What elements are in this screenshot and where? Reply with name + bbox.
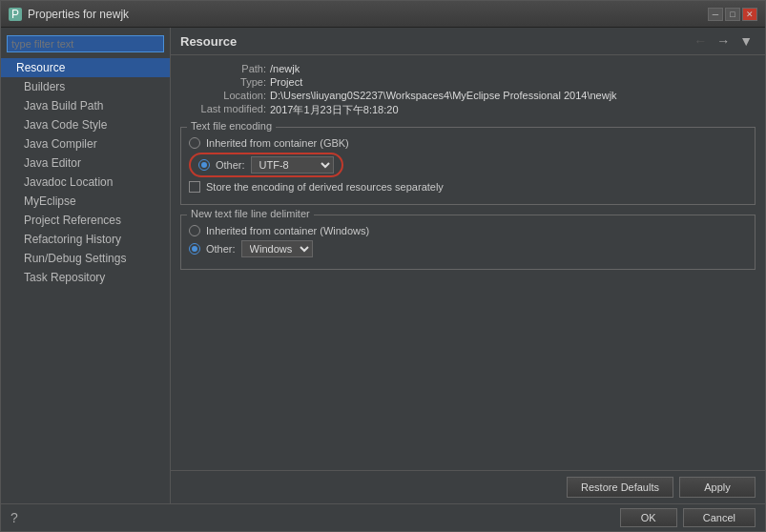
sidebar-item-java-build-path[interactable]: Java Build Path [1,96,170,115]
title-bar-left: P Properties for newjk [9,8,129,21]
type-value: Project [270,76,756,88]
close-button[interactable]: ✕ [742,8,757,21]
restore-defaults-button[interactable]: Restore Defaults [567,477,673,498]
store-encoding-checkbox[interactable] [189,181,200,193]
location-label: Location: [180,90,266,101]
footer-bar: ? OK Cancel [1,503,765,531]
search-input[interactable]: type filter text [7,35,164,52]
encoding-legend: Text file encoding [187,120,276,132]
maximize-button[interactable]: □ [725,8,740,21]
delimiter-inherited-label: Inherited from container (Windows) [206,225,369,236]
encoding-other-highlighted-row: Other: UTF-8 UTF-16 ISO-8859-1 GBK [189,153,343,177]
delimiter-other-row: Other: Windows Unix Mac [189,240,747,257]
cancel-button[interactable]: Cancel [683,508,756,527]
sidebar-item-resource[interactable]: Resource [1,58,170,77]
encoding-group: Text file encoding Inherited from contai… [180,127,756,205]
sidebar-item-task-repository[interactable]: Task Repository [1,268,170,287]
properties-window: P Properties for newjk ─ □ ✕ type filter… [0,0,766,532]
help-icon[interactable]: ? [10,510,18,525]
line-delimiter-group: New text file line delimiter Inherited f… [180,215,756,270]
minimize-button[interactable]: ─ [708,8,723,21]
path-label: Path: [180,63,266,74]
bottom-bar: Restore Defaults Apply [171,470,765,503]
sidebar-item-builders[interactable]: Builders [1,77,170,96]
encoding-other-label: Other: [216,159,245,171]
footer-buttons: OK Cancel [620,508,756,527]
sidebar-item-refactoring-history[interactable]: Refactoring History [1,230,170,249]
delimiter-inherited-radio[interactable] [189,225,200,236]
modified-label: Last modified: [180,103,266,117]
sidebar-item-project-references[interactable]: Project References [1,211,170,230]
ok-button[interactable]: OK [620,508,677,527]
encoding-inherited-label: Inherited from container (GBK) [206,137,349,149]
sidebar-item-myeclipse[interactable]: MyEclipse [1,192,170,211]
sidebar-item-java-code-style[interactable]: Java Code Style [1,115,170,134]
forward-arrow[interactable]: → [714,33,733,49]
panel-body: Path: /newjk Type: Project Location: D:\… [171,55,765,470]
delimiter-select[interactable]: Windows Unix Mac [241,240,313,257]
back-arrow[interactable]: ← [691,33,710,49]
apply-button[interactable]: Apply [679,477,756,498]
line-delimiter-legend: New text file line delimiter [187,208,314,219]
type-label: Type: [180,76,266,88]
path-value: /newjk [270,63,756,74]
panel-header: Resource ← → ▼ [171,28,765,55]
title-bar: P Properties for newjk ─ □ ✕ [1,1,765,28]
store-encoding-row: Store the encoding of derived resources … [189,181,747,193]
nav-arrows: ← → ▼ [691,33,756,49]
menu-arrow[interactable]: ▼ [736,33,756,49]
sidebar: type filter text Resource Builders Java … [1,28,171,503]
main-content: type filter text Resource Builders Java … [1,28,765,503]
panel-title: Resource [180,34,237,49]
sidebar-item-javadoc-location[interactable]: Javadoc Location [1,173,170,192]
encoding-select[interactable]: UTF-8 UTF-16 ISO-8859-1 GBK [251,156,334,174]
encoding-inherited-radio[interactable] [189,137,200,149]
sidebar-item-java-editor[interactable]: Java Editor [1,153,170,173]
location-value: D:\Users\liuyang0S2237\Workspaces4\MyEcl… [270,90,756,101]
sidebar-item-java-compiler[interactable]: Java Compiler [1,134,170,153]
title-controls: ─ □ ✕ [708,8,757,21]
window-icon: P [9,8,22,21]
delimiter-inherited-row: Inherited from container (Windows) [189,225,747,236]
store-encoding-label: Store the encoding of derived resources … [206,181,444,193]
delimiter-other-label: Other: [206,243,236,255]
encoding-other-radio[interactable] [198,159,210,171]
info-grid: Path: /newjk Type: Project Location: D:\… [180,63,756,117]
sidebar-item-run-debug-settings[interactable]: Run/Debug Settings [1,249,170,268]
window-title: Properties for newjk [28,8,129,21]
encoding-inherited-row: Inherited from container (GBK) [189,137,747,149]
delimiter-other-radio[interactable] [189,243,200,255]
modified-value: 2017年1月23日下午8:18:20 [270,103,756,117]
right-panel: Resource ← → ▼ Path: /newjk Type: Projec… [171,28,765,503]
